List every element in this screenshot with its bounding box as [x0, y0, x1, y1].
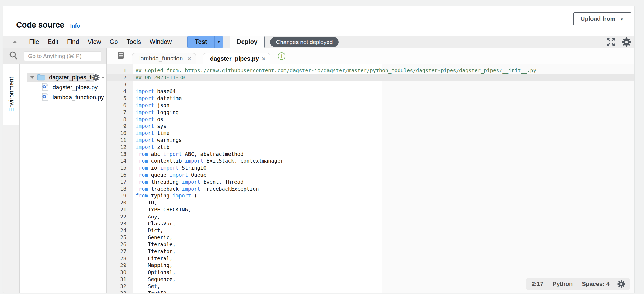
- code-line-13[interactable]: 13from abc import ABC, abstractmethod: [107, 151, 635, 158]
- code-line-10[interactable]: 10import time: [107, 130, 635, 137]
- code-text: ClassVar,: [133, 220, 635, 227]
- code-text: [133, 81, 635, 88]
- menu-tools[interactable]: Tools: [122, 38, 146, 46]
- line-number: 28: [107, 255, 133, 262]
- settings-gear-icon[interactable]: [621, 37, 632, 47]
- code-line-29[interactable]: 29 Mapping,: [107, 262, 635, 269]
- test-dropdown-icon[interactable]: ▼: [214, 36, 223, 48]
- code-text: Iterable,: [133, 241, 635, 248]
- tree-file-lambda_function.py[interactable]: lambda_function.py: [20, 93, 106, 102]
- code-line-1[interactable]: 1## Copied from: https://raw.githubuserc…: [107, 67, 635, 74]
- search-icon[interactable]: [9, 51, 18, 61]
- tab-label: dagster_pipes.py: [210, 55, 259, 62]
- editor-settings-gear-icon[interactable]: [617, 280, 626, 288]
- code-line-11[interactable]: 11import warnings: [107, 137, 635, 144]
- code-line-15[interactable]: 15from io import StringIO: [107, 165, 635, 172]
- code-line-23[interactable]: 23 ClassVar,: [107, 220, 635, 227]
- code-line-6[interactable]: 6import json: [107, 102, 635, 109]
- code-line-12[interactable]: 12import zlib: [107, 144, 635, 151]
- code-line-33[interactable]: 33 TextIO: [107, 290, 635, 293]
- code-line-22[interactable]: 22 Any,: [107, 213, 635, 220]
- collapse-panel-icon[interactable]: [12, 40, 17, 43]
- chevron-expanded-icon[interactable]: [30, 76, 34, 79]
- code-line-8[interactable]: 8import os: [107, 116, 635, 123]
- line-number: 3: [107, 81, 133, 88]
- code-line-20[interactable]: 20 IO,: [107, 199, 635, 206]
- line-number: 2: [107, 74, 133, 81]
- line-number: 9: [107, 123, 133, 130]
- menu-go[interactable]: Go: [105, 38, 122, 46]
- menu-window[interactable]: Window: [145, 38, 176, 46]
- code-text: Generic,: [133, 234, 635, 241]
- code-text: TYPE_CHECKING,: [133, 206, 635, 213]
- menu-find[interactable]: Find: [63, 38, 84, 46]
- test-split-button[interactable]: Test ▼: [187, 36, 223, 48]
- code-text: ## On 2023-11-30: [133, 74, 635, 81]
- code-line-24[interactable]: 24 Dict,: [107, 227, 635, 234]
- chevron-down-icon: ▼: [620, 17, 624, 22]
- close-tab-icon[interactable]: ×: [262, 55, 266, 62]
- code-line-2[interactable]: 2## On 2023-11-30: [107, 74, 635, 81]
- file-label: dagster_pipes.py: [53, 84, 98, 91]
- goto-anything-input[interactable]: [24, 51, 101, 61]
- code-line-7[interactable]: 7import logging: [107, 109, 635, 116]
- line-number: 6: [107, 102, 133, 109]
- code-text: import sys: [133, 123, 635, 130]
- code-editor[interactable]: 1## Copied from: https://raw.githubuserc…: [107, 64, 635, 293]
- file-tree-panel: dagster_pipes_funct dagster_pipes.py lam…: [20, 64, 107, 293]
- code-line-16[interactable]: 16from queue import Queue: [107, 172, 635, 179]
- line-number: 21: [107, 206, 133, 213]
- menu-file[interactable]: File: [25, 38, 43, 46]
- environment-tab[interactable]: Environment: [3, 64, 19, 125]
- fullscreen-icon[interactable]: [606, 37, 615, 47]
- code-line-28[interactable]: 28 Literal,: [107, 255, 635, 262]
- code-text: from io import StringIO: [133, 165, 635, 172]
- syntax-mode[interactable]: Python: [553, 281, 573, 288]
- line-number: 1: [107, 67, 133, 74]
- code-text: from abc import ABC, abstractmethod: [133, 151, 635, 158]
- code-line-3[interactable]: 3: [107, 81, 635, 88]
- code-line-27[interactable]: 27 Iterator,: [107, 248, 635, 255]
- sidebar-search-bar: [3, 48, 107, 64]
- code-line-25[interactable]: 25 Generic,: [107, 234, 635, 241]
- test-button[interactable]: Test: [188, 36, 214, 48]
- folder-label: dagster_pipes_funct: [49, 74, 94, 81]
- code-line-19[interactable]: 19from typing import (: [107, 192, 635, 199]
- tree-folder-row[interactable]: dagster_pipes_funct: [27, 73, 94, 82]
- code-line-30[interactable]: 30 Optional,: [107, 269, 635, 276]
- ide-menubar: FileEditFindViewGoToolsWindow Test ▼ Dep…: [3, 36, 634, 48]
- info-link[interactable]: Info: [70, 23, 80, 29]
- new-tab-button[interactable]: +: [278, 52, 285, 60]
- code-text: Literal,: [133, 255, 635, 262]
- code-line-26[interactable]: 26 Iterable,: [107, 241, 635, 248]
- editor-tab-dagster_pipes.py[interactable]: dagster_pipes.py×: [203, 53, 270, 64]
- code-line-17[interactable]: 17from threading import Event, Thread: [107, 179, 635, 186]
- indent-setting[interactable]: Spaces: 4: [582, 281, 610, 288]
- upload-from-button[interactable]: Upload from ▼: [573, 12, 631, 25]
- deploy-button[interactable]: Deploy: [230, 36, 265, 48]
- code-text: IO,: [133, 199, 635, 206]
- close-tab-icon[interactable]: ×: [187, 55, 191, 62]
- code-line-5[interactable]: 5import datetime: [107, 95, 635, 102]
- tree-settings-control[interactable]: [92, 74, 105, 82]
- tab-list-icon[interactable]: [117, 51, 125, 60]
- editor-tab-lambda_function[interactable]: lambda_function.×: [132, 53, 196, 64]
- menu-edit[interactable]: Edit: [43, 38, 63, 46]
- line-number: 22: [107, 213, 133, 220]
- code-text: from traceback import TracebackException: [133, 186, 635, 193]
- code-line-18[interactable]: 18from traceback import TracebackExcepti…: [107, 186, 635, 193]
- line-number: 12: [107, 144, 133, 151]
- cursor-position[interactable]: 2:17: [532, 281, 543, 288]
- code-text: Mapping,: [133, 262, 635, 269]
- code-text: import base64: [133, 88, 635, 95]
- code-line-14[interactable]: 14from contextlib import ExitStack, cont…: [107, 158, 635, 165]
- code-line-4[interactable]: 4import base64: [107, 88, 635, 95]
- tree-file-dagster_pipes.py[interactable]: dagster_pipes.py: [20, 83, 106, 92]
- code-text: import warnings: [133, 137, 635, 144]
- menu-view[interactable]: View: [83, 38, 105, 46]
- code-line-9[interactable]: 9import sys: [107, 123, 635, 130]
- code-line-21[interactable]: 21 TYPE_CHECKING,: [107, 206, 635, 213]
- line-number: 13: [107, 151, 133, 158]
- line-number: 15: [107, 165, 133, 172]
- file-label: lambda_function.py: [53, 94, 104, 101]
